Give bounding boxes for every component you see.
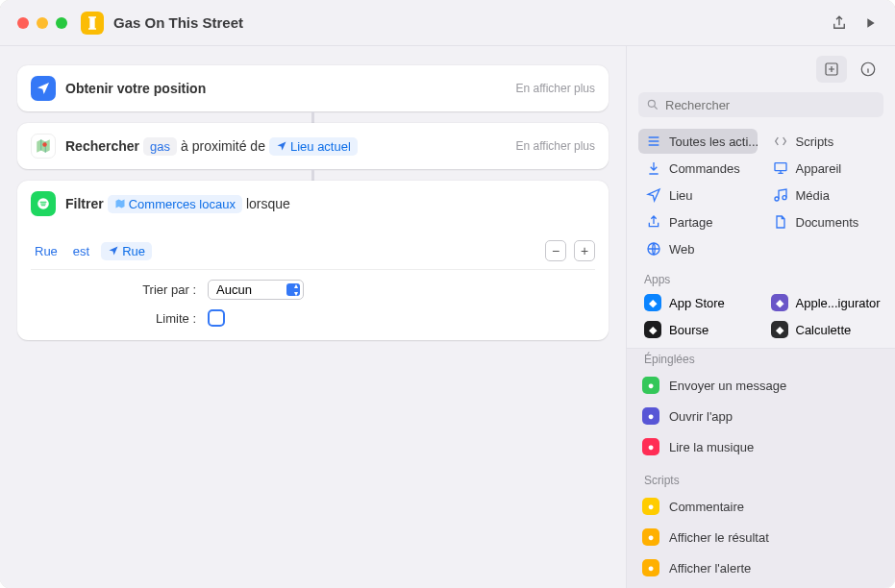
connector [311,169,314,181]
music-icon [773,187,788,203]
category-item[interactable]: Partage [638,209,758,234]
app-item[interactable]: ◆App Store [638,290,758,315]
list-item[interactable]: ●Envoyer un message [627,370,895,401]
sort-select[interactable]: Aucun ▴▾ [208,280,304,300]
pinned-and-scripts-list: Épinglées ●Envoyer un message●Ouvrir l'a… [627,348,895,588]
app-item[interactable]: ◆Bourse [638,317,758,342]
app-icon: ◆ [771,321,788,338]
action-icon: ● [642,377,659,394]
action-card-filter[interactable]: Filtrer Commerces locaux lorsque Rue est [17,181,609,340]
filter-op-picker[interactable]: est [69,242,93,260]
connector [311,111,314,123]
app-item[interactable]: ◆Calculette [765,317,884,342]
app-label: Bourse [669,323,709,337]
list-item[interactable]: ●Lire la musique [627,431,895,462]
library-tab-button[interactable] [816,56,847,83]
category-item[interactable]: Documents [765,209,884,234]
location-icon [31,76,56,101]
app-label: App Store [669,296,725,310]
scripts-section-header: Scripts [627,470,895,491]
action-icon: ● [642,498,659,515]
show-more-button[interactable]: En afficher plus [516,82,596,95]
app-item[interactable]: ◆Apple...igurator [765,290,884,315]
filter-field-picker[interactable]: Rue [31,242,62,260]
filter-value-token[interactable]: Rue [101,242,152,260]
action-card-get-location[interactable]: Obtenir votre position En afficher plus [17,65,609,111]
svg-point-4 [648,100,655,107]
list-item[interactable]: ●Afficher le résultat [627,522,895,552]
run-button[interactable] [855,10,885,37]
share-icon [646,214,661,230]
script-icon [773,134,788,149]
svg-point-6 [775,197,779,201]
category-label: Toutes les acti... [669,135,758,149]
app-label: Apple...igurator [796,296,881,310]
share-button[interactable] [824,10,855,37]
minimize-window-button[interactable] [37,17,48,29]
category-item[interactable]: Média [765,183,884,208]
category-label: Lieu [669,188,693,203]
window-title: Gas On This Street [113,14,243,31]
zoom-window-button[interactable] [56,17,67,29]
category-item[interactable]: Toutes les acti... [638,129,758,154]
action-icon: ● [642,528,659,546]
action-icon: ● [642,559,659,576]
close-window-button[interactable] [17,17,29,29]
svg-rect-5 [775,163,786,171]
list-item[interactable]: ●Ouvrir l'app [627,401,895,431]
app-icon: ◆ [771,294,788,311]
app-icon: ◆ [644,321,661,338]
list-item-label: Afficher l'alerte [669,561,751,576]
category-item[interactable]: Commandes [638,156,758,181]
download-icon [646,160,661,176]
category-grid: Toutes les acti...ScriptsCommandesAppare… [627,125,895,269]
category-label: Partage [669,215,713,230]
list-icon [646,134,661,149]
pinned-section-header: Épinglées [627,349,895,370]
category-label: Média [796,188,830,203]
list-item[interactable]: ●Demander une entrée [627,583,895,588]
app-label: Calculette [796,323,852,337]
sidebar-toolbar [627,46,895,92]
limit-row: Limite : [31,300,595,327]
info-tab-button[interactable] [853,56,883,83]
library-sidebar: Toutes les acti...ScriptsCommandesAppare… [626,46,895,588]
titlebar: Gas On This Street [0,0,895,46]
editor-canvas[interactable]: Obtenir votre position En afficher plus … [0,46,626,588]
apps-grid: ◆App Store◆Apple...igurator◆Bourse◆Calcu… [627,290,895,348]
category-item[interactable]: Scripts [765,129,884,154]
category-item[interactable]: Appareil [765,156,884,181]
filter-condition-row: Rue est Rue − + [31,233,595,270]
category-item[interactable]: Lieu [638,183,758,208]
list-item[interactable]: ●Commentaire [627,491,895,522]
apps-section-header: Apps [627,269,895,290]
search-icon [646,98,659,111]
show-more-button[interactable]: En afficher plus [516,139,596,153]
filter-icon [31,191,56,216]
category-label: Appareil [796,161,842,176]
search-input[interactable] [665,98,876,112]
category-label: Documents [796,215,859,230]
content-area: Obtenir votre position En afficher plus … [0,46,895,588]
action-card-search[interactable]: Rechercher gas à proximité de Lieu actue… [17,123,609,169]
category-item[interactable]: Web [638,236,758,261]
search-field[interactable] [638,92,883,117]
add-filter-button[interactable]: + [574,240,595,261]
web-icon [646,241,661,257]
action-icon: ● [642,407,659,425]
action-inline-sentence: Rechercher gas à proximité de Lieu actue… [65,137,358,156]
location-variable-token[interactable]: Lieu actuel [269,137,358,156]
shortcut-icon [81,12,104,35]
traffic-lights [17,17,67,29]
category-label: Commandes [669,161,740,176]
remove-filter-button[interactable]: − [545,240,566,261]
action-icon: ● [642,438,659,455]
action-title: Obtenir votre position [65,81,206,96]
limit-checkbox[interactable] [208,309,225,327]
input-variable-token[interactable]: Commerces locaux [108,195,242,213]
svg-point-7 [783,196,786,200]
list-item[interactable]: ●Afficher l'alerte [627,552,895,583]
doc-icon [773,214,788,230]
list-item-label: Ouvrir l'app [669,409,733,424]
search-term-token[interactable]: gas [143,137,177,156]
